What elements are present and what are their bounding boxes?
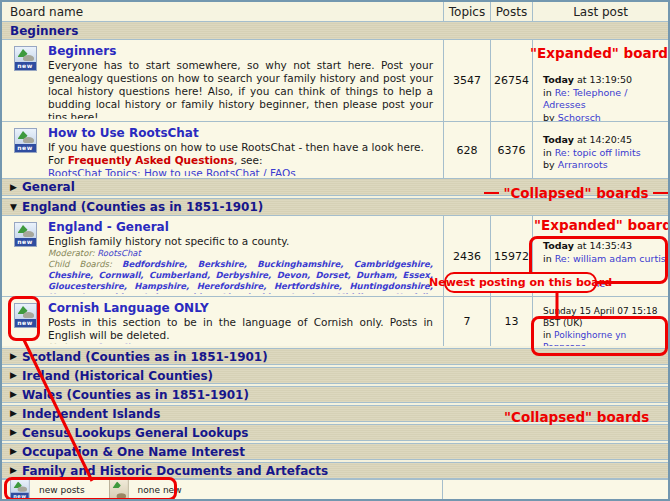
board-row-beginners: new Beginners Everyone has to start some… bbox=[2, 40, 668, 121]
board-link-cornish[interactable]: Cornish Language ONLY bbox=[48, 301, 437, 316]
board-link-howto[interactable]: How to Use RootsChat bbox=[48, 126, 437, 141]
topics-count: 2436 bbox=[443, 216, 490, 296]
board-image-icon bbox=[15, 223, 36, 238]
section-header-wales[interactable]: Wales (Counties as in 1851-1901) bbox=[2, 386, 668, 403]
board-link-beginners[interactable]: Beginners bbox=[48, 44, 437, 59]
moderator-link[interactable]: RootsChat bbox=[97, 248, 141, 258]
board-link-england-general[interactable]: England - General bbox=[48, 220, 437, 235]
section-label: Beginners bbox=[10, 24, 78, 38]
faq-highlight: Frequently Asked Questions bbox=[68, 154, 234, 166]
topics-count: 3547 bbox=[443, 40, 490, 121]
faq-topic-link[interactable]: RootsChat Topics: How to use RootsChat /… bbox=[48, 167, 296, 176]
board-description: English family history not specific to a… bbox=[48, 235, 437, 248]
section-header-beginners[interactable]: Beginners bbox=[2, 22, 668, 40]
posts-count: 13 bbox=[490, 297, 532, 346]
topics-count: 628 bbox=[443, 122, 490, 178]
board-image-icon bbox=[15, 129, 36, 144]
board-image-icon bbox=[15, 304, 36, 319]
last-post-user-link[interactable]: Arranroots bbox=[558, 159, 608, 170]
last-post-topic-link[interactable]: Re: Telephone / Adresses bbox=[543, 87, 627, 111]
board-row-england-general: new England - General English family his… bbox=[2, 216, 668, 296]
section-header-england[interactable]: England (Counties as in 1851-1901) bbox=[2, 198, 668, 216]
board-row-cornish: new Cornish Language ONLY Posts in this … bbox=[2, 296, 668, 346]
new-badge: new bbox=[15, 238, 36, 246]
collapse-arrow-icon bbox=[10, 183, 22, 192]
new-posts-board-icon: new bbox=[14, 303, 37, 328]
new-posts-legend-label: new posts bbox=[39, 485, 85, 495]
moderator-link[interactable]: RootsChat bbox=[97, 342, 141, 344]
new-posts-legend-icon: new bbox=[10, 479, 30, 500]
section-label: England (Counties as in 1851-1901) bbox=[22, 200, 263, 214]
collapse-arrow-icon bbox=[10, 447, 22, 456]
last-post-cell: Today at 13:19:50 in Re: Telephone / Adr… bbox=[532, 40, 668, 121]
collapse-arrow-icon bbox=[10, 428, 22, 437]
section-header-ireland[interactable]: Ireland (Historical Counties) bbox=[2, 367, 668, 384]
board-description: Everyone has to start somewhere, so why … bbox=[48, 59, 437, 119]
last-post-user-link[interactable]: Sisterjane bbox=[558, 278, 605, 289]
child-boards-line: Child Boards: Bedfordshire, Berkshire, B… bbox=[48, 259, 437, 294]
none-new-legend-label: none new bbox=[138, 485, 182, 495]
last-post-cell: Today at 14:35:43 in Re: william adam cu… bbox=[532, 216, 668, 296]
section-label: General bbox=[22, 180, 75, 194]
column-header-posts: Posts bbox=[490, 2, 532, 21]
new-posts-board-icon: new bbox=[14, 46, 37, 71]
section-header-scotland[interactable]: Scotland (Counties as in 1851-1901) bbox=[2, 348, 668, 365]
last-post-topic-link[interactable]: Re: william adam curtis ... bbox=[543, 253, 666, 277]
moderator-line: Moderator: RootsChat bbox=[48, 342, 437, 344]
new-badge: new bbox=[15, 319, 36, 327]
collapse-arrow-icon bbox=[10, 352, 22, 361]
column-header-last-post: Last post bbox=[532, 2, 668, 21]
last-post-user-link[interactable]: Schorsch bbox=[558, 112, 601, 121]
collapse-arrow-icon bbox=[10, 409, 22, 418]
posts-count: 15972 bbox=[490, 216, 532, 296]
new-badge: new bbox=[15, 62, 36, 70]
section-header-census-lookups[interactable]: Census Lookups General Lookups bbox=[2, 424, 668, 441]
section-header-occupation[interactable]: Occupation & One Name Interest bbox=[2, 443, 668, 460]
collapse-arrow-icon bbox=[10, 371, 22, 380]
expand-arrow-icon bbox=[10, 203, 22, 212]
posts-count: 6376 bbox=[490, 122, 532, 178]
moderator-line: Moderator: RootsChat bbox=[48, 248, 437, 259]
last-post-cell: Today at 14:20:45 in Re: topic off limit… bbox=[532, 122, 668, 178]
section-header-family-documents[interactable]: Family and Historic Documents and Artefa… bbox=[2, 462, 668, 479]
board-description: If you have questions on how to use Root… bbox=[48, 141, 437, 176]
new-badge: new bbox=[15, 144, 36, 152]
column-header-topics: Topics bbox=[443, 2, 490, 21]
section-header-independent-islands[interactable]: Independent Islands bbox=[2, 405, 668, 422]
posts-count: 26754 bbox=[490, 40, 532, 121]
last-post-topic-link[interactable]: Polkinghorne yn Pennsans bbox=[543, 330, 626, 346]
column-header-board-name: Board name bbox=[2, 2, 443, 21]
section-header-general[interactable]: General bbox=[2, 178, 668, 196]
board-image-icon bbox=[15, 47, 36, 62]
topics-count: 7 bbox=[443, 297, 490, 346]
collapse-arrow-icon bbox=[10, 390, 22, 399]
forum-board-index: Board name Topics Posts Last post Beginn… bbox=[0, 0, 670, 501]
new-posts-board-icon: new bbox=[14, 222, 37, 247]
last-post-cell: Sunday 15 April 07 15:18 BST (UK) in Pol… bbox=[532, 297, 668, 346]
table-header-row: Board name Topics Posts Last post bbox=[2, 2, 668, 22]
new-posts-board-icon: new bbox=[14, 128, 37, 153]
collapse-arrow-icon bbox=[10, 466, 22, 475]
board-description: Posts in this section to be in the langu… bbox=[48, 316, 437, 342]
no-new-posts-legend-icon bbox=[109, 479, 129, 500]
icon-legend-row: new new posts none new bbox=[2, 479, 668, 499]
board-row-howto: new How to Use RootsChat If you have que… bbox=[2, 121, 668, 178]
last-post-topic-link[interactable]: Re: topic off limits bbox=[555, 147, 641, 158]
